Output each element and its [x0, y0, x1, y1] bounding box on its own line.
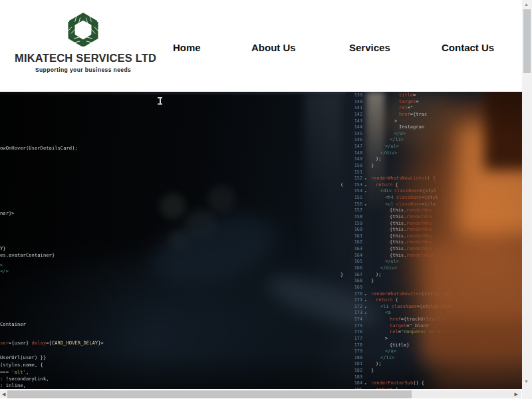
- line-number: 171: [344, 297, 362, 304]
- bracket-indicator: }: [340, 272, 343, 279]
- brand-tagline: Supporting your business needs: [15, 66, 152, 73]
- line-number: 177: [344, 336, 362, 342]
- line-number: 163: [344, 246, 362, 253]
- code-fragment: : !secondaryLink,: [0, 376, 49, 382]
- horizontal-scrollbar[interactable]: ◀ ▶: [0, 390, 521, 398]
- code-fragment: Y}: [0, 245, 6, 251]
- code-fragment: (styles.name, {: [0, 362, 43, 368]
- code-token: >: [385, 336, 388, 341]
- code-token: );: [376, 272, 381, 277]
- code-token: ner}>: [0, 210, 15, 216]
- line-number: 160: [344, 227, 362, 233]
- code-token: }: [371, 163, 374, 168]
- line-number: 148: [344, 150, 362, 157]
- fold-arrow-icon: ▾: [364, 297, 367, 304]
- fold-arrow-icon: ▾: [364, 380, 367, 387]
- vertical-scrollbar[interactable]: ▲ ▼: [522, 0, 532, 389]
- vertical-scrollbar-thumb[interactable]: [523, 9, 531, 73]
- line-number: 142: [344, 112, 362, 118]
- code-token: title: [399, 92, 413, 98]
- bracket-indicator: (: [340, 182, 343, 189]
- blurred-face-glow: [431, 319, 522, 389]
- line-number: 143: [344, 118, 362, 125]
- code-token: }: [371, 278, 374, 283]
- line-number: 158: [344, 214, 362, 221]
- code-token: : !secondaryLink,: [0, 376, 49, 382]
- line-number: 162: [344, 239, 362, 246]
- code-fragment: owOnHover(UserDetailsCard);: [0, 145, 78, 151]
- scroll-down-icon[interactable]: ▼: [524, 379, 529, 384]
- scroll-up-icon[interactable]: ▲: [524, 2, 529, 7]
- code-token: es.avatarContainer}: [0, 252, 55, 258]
- site-header: MIKATECH SERVICES LTD Supporting your bu…: [0, 0, 521, 92]
- code-token: return: [376, 297, 392, 303]
- line-number: 181: [344, 361, 362, 368]
- code-token: delay: [32, 340, 47, 346]
- code-fragment: : inline,: [0, 382, 26, 388]
- line-number: 145: [344, 131, 362, 138]
- line-number: 150: [344, 163, 362, 170]
- code-token: ={: [46, 340, 52, 346]
- code-token: =: [413, 92, 416, 98]
- line-number: 168: [344, 278, 362, 285]
- line-number: 172: [344, 304, 362, 311]
- fold-arrow-icon: ▾: [364, 176, 367, 182]
- line-number: 175: [344, 323, 362, 330]
- line-number: 139: [344, 92, 362, 99]
- nav-item-contact-us[interactable]: Contact Us: [442, 42, 494, 53]
- line-number: 161: [344, 233, 362, 240]
- nav-item-about-us[interactable]: About Us: [251, 42, 296, 53]
- horizontal-scrollbar-thumb[interactable]: [7, 390, 412, 398]
- code-token: <a: [385, 310, 390, 315]
- line-number: 151: [344, 170, 362, 176]
- line-number: 152: [344, 176, 362, 182]
- code-fragment: </>: [0, 268, 9, 274]
- scroll-left-icon[interactable]: ◀: [2, 390, 5, 398]
- code-token: return: [376, 387, 392, 389]
- scroll-right-icon[interactable]: ▶: [515, 390, 518, 398]
- line-number: 173: [344, 310, 362, 317]
- logo-hexagon-icon: [63, 11, 104, 49]
- line-number: 154: [344, 188, 362, 195]
- line-number: 147: [344, 144, 362, 150]
- code-token: >: [0, 262, 3, 268]
- line-number: 164: [344, 253, 362, 259]
- line-number: 174: [344, 317, 362, 323]
- fold-arrow-icon: ▾: [364, 201, 367, 208]
- line-number: 159: [344, 221, 362, 227]
- fold-arrow-icon: ▾: [364, 188, 367, 195]
- line-number: 155: [344, 195, 362, 201]
- code-token: (styles.name, {: [0, 362, 43, 368]
- code-token: );: [376, 361, 381, 366]
- code-fragment: ner}>: [0, 210, 15, 216]
- line-number: 176: [344, 329, 362, 336]
- brand-name: MIKATECH SERVICES LTD: [15, 52, 152, 65]
- nav-item-services[interactable]: Services: [349, 42, 390, 53]
- code-token: Container: [0, 321, 26, 327]
- nav-item-home[interactable]: Home: [173, 42, 201, 53]
- code-token: }>: [98, 340, 104, 346]
- brand-logo[interactable]: MIKATECH SERVICES LTD Supporting your bu…: [15, 11, 152, 73]
- line-number: 166: [344, 265, 362, 272]
- line-number: 178: [344, 342, 362, 349]
- code-fragment: === 'alt',: [0, 369, 29, 375]
- code-token: </>: [0, 268, 9, 274]
- line-number: 167: [344, 272, 362, 279]
- line-number: 140: [344, 99, 362, 106]
- blurred-face-shadow: [484, 92, 522, 170]
- line-number: 141: [344, 105, 362, 112]
- code-token: : inline,: [0, 382, 26, 388]
- code-fragment: Container: [0, 321, 26, 327]
- code-fragment: es.avatarContainer}: [0, 252, 55, 258]
- line-number: 184: [344, 380, 362, 387]
- line-number: 146: [344, 137, 362, 144]
- code-token: ===: [0, 369, 11, 375]
- line-number: 144: [344, 124, 362, 131]
- code-token: Y}: [0, 245, 6, 251]
- line-number: 149: [344, 156, 362, 163]
- line-number: 185: [344, 387, 362, 389]
- code-token: {: [392, 387, 398, 389]
- code-token: <li: [380, 304, 392, 309]
- bokeh-light: [160, 193, 186, 219]
- line-number: 153: [344, 182, 362, 189]
